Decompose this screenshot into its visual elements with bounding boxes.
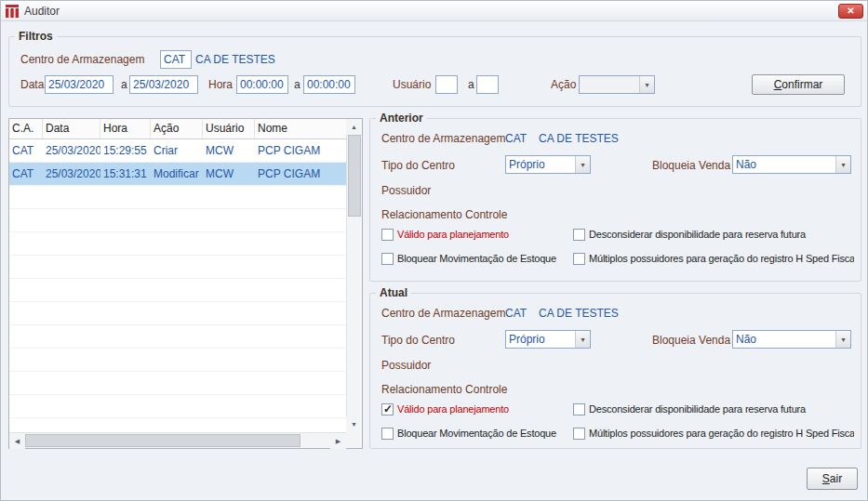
cell-usuario: MCW — [203, 139, 255, 162]
close-button[interactable]: ✕ — [838, 4, 863, 19]
checkbox-box[interactable] — [573, 253, 585, 265]
centro-armazenagem-desc: CA DE TESTES — [195, 53, 275, 66]
tipo-centro-label: Tipo do Centro — [381, 159, 455, 172]
audit-grid: C.A. Data Hora Ação Usuário Nome CAT 25/… — [8, 118, 363, 449]
checkbox-label: Válido para planejamento — [397, 229, 509, 241]
scroll-right-icon[interactable]: ▶ — [330, 433, 346, 449]
cell-nome: PCP CIGAM — [255, 139, 346, 162]
column-header-ca[interactable]: C.A. — [9, 119, 43, 138]
exit-button[interactable]: Sair — [807, 468, 858, 490]
checkbox-box[interactable] — [381, 403, 394, 415]
horizontal-scrollbar-thumb[interactable] — [25, 434, 300, 447]
chevron-down-icon: ▾ — [575, 331, 590, 348]
scroll-up-icon[interactable]: ▲ — [346, 119, 362, 135]
empty-grid-row — [9, 209, 346, 232]
anterior-title: Anterior — [376, 112, 427, 125]
column-header-acao[interactable]: Ação — [151, 119, 203, 138]
atual-title: Atual — [376, 286, 411, 299]
usuario-from-input[interactable] — [435, 75, 458, 94]
column-header-data[interactable]: Data — [43, 119, 100, 138]
grid-header: C.A. Data Hora Ação Usuário Nome — [9, 119, 346, 139]
exit-button-label: Sair — [808, 468, 857, 489]
cell-data: 25/03/2020 — [43, 163, 100, 185]
checkbox-label: Válido para planejamento — [397, 403, 509, 415]
tipo-centro-select[interactable]: Próprio ▾ — [505, 330, 591, 349]
acao-select[interactable]: ▾ — [579, 75, 655, 94]
column-header-hora[interactable]: Hora — [100, 119, 151, 138]
bloquear-movimentacao-checkbox[interactable]: Bloquear Movimentação de Estoque — [381, 253, 556, 265]
checkbox-box[interactable] — [381, 428, 394, 440]
centro-armazenagem-label: Centro de Armazenagem — [381, 307, 505, 320]
empty-grid-row — [9, 302, 346, 325]
cell-hora: 15:29:55 — [100, 139, 151, 162]
relacionamento-controle-label: Relacionamento Controle — [381, 208, 507, 221]
checkbox-label: Múltiplos possuidores para geração do re… — [589, 253, 854, 265]
cell-usuario: MCW — [203, 163, 255, 185]
checkbox-label: Bloquear Movimentação de Estoque — [397, 428, 556, 440]
possuidor-label: Possuidor — [381, 184, 431, 197]
valido-planejamento-checkbox[interactable]: Válido para planejamento — [381, 229, 509, 241]
usuario-label: Usuário — [393, 78, 431, 91]
usuario-to-input[interactable] — [476, 75, 499, 94]
bloqueia-venda-value: Não — [733, 333, 835, 346]
tipo-centro-select[interactable]: Próprio ▾ — [505, 155, 591, 174]
centro-armazenagem-input[interactable] — [160, 50, 192, 69]
bloqueia-venda-select[interactable]: Não ▾ — [732, 155, 851, 174]
possuidor-label: Possuidor — [381, 359, 431, 372]
checkbox-label: Desconsiderar disponibilidade para reser… — [589, 229, 806, 241]
empty-grid-row — [9, 372, 346, 395]
horizontal-scrollbar[interactable]: ◀ ▶ — [9, 432, 346, 448]
bloqueia-venda-select[interactable]: Não ▾ — [732, 330, 851, 349]
vertical-scrollbar[interactable]: ▲ ▼ — [346, 119, 362, 432]
scrollbar-corner — [346, 432, 362, 448]
hora-from-input[interactable] — [236, 75, 288, 94]
range-separator: a — [121, 78, 127, 91]
range-separator: a — [294, 78, 300, 91]
desconsiderar-disponibilidade-checkbox[interactable]: Desconsiderar disponibilidade para reser… — [573, 403, 854, 415]
scroll-down-icon[interactable]: ▼ — [346, 416, 362, 432]
centro-armazenagem-desc: CA DE TESTES — [539, 307, 619, 320]
checkbox-label: Bloquear Movimentação de Estoque — [397, 253, 556, 265]
checkbox-box[interactable] — [573, 403, 585, 415]
confirm-button-label: Confirmar — [753, 75, 844, 94]
vertical-scrollbar-thumb[interactable] — [348, 135, 361, 217]
column-header-nome[interactable]: Nome — [255, 119, 346, 138]
cell-ca: CAT — [9, 139, 43, 162]
table-row[interactable]: CAT 25/03/2020 15:29:55 Criar MCW PCP CI… — [9, 139, 346, 163]
cell-data: 25/03/2020 — [43, 139, 100, 162]
checkbox-label: Múltiplos possuidores para geração do re… — [589, 428, 854, 440]
confirm-button[interactable]: Confirmar — [752, 74, 845, 95]
tipo-centro-label: Tipo do Centro — [381, 334, 455, 347]
multiplos-possuidores-checkbox[interactable]: Múltiplos possuidores para geração do re… — [573, 428, 854, 440]
scroll-left-icon[interactable]: ◀ — [9, 433, 25, 449]
chevron-down-icon: ▾ — [639, 76, 654, 93]
empty-grid-row — [9, 232, 346, 256]
data-to-input[interactable] — [129, 75, 198, 94]
chevron-down-icon: ▾ — [835, 156, 850, 173]
bloquear-movimentacao-checkbox[interactable]: Bloquear Movimentação de Estoque — [381, 428, 556, 440]
checkbox-box[interactable] — [381, 229, 394, 241]
cell-hora: 15:31:31 — [100, 163, 151, 185]
valido-planejamento-checkbox[interactable]: Válido para planejamento — [381, 403, 509, 415]
data-from-input[interactable] — [45, 75, 114, 94]
app-icon — [6, 5, 19, 18]
table-row[interactable]: CAT 25/03/2020 15:31:31 Modificar MCW PC… — [9, 163, 346, 186]
multiplos-possuidores-checkbox[interactable]: Múltiplos possuidores para geração do re… — [573, 253, 854, 265]
tipo-centro-value: Próprio — [506, 333, 575, 346]
centro-armazenagem-value: CAT — [505, 132, 527, 145]
column-header-usuario[interactable]: Usuário — [203, 119, 255, 138]
checkbox-box[interactable] — [573, 428, 585, 440]
empty-grid-row — [9, 418, 346, 432]
empty-grid-row — [9, 256, 346, 279]
centro-armazenagem-label: Centro de Armazenagem — [381, 132, 505, 145]
relacionamento-controle-label: Relacionamento Controle — [381, 383, 507, 396]
empty-grid-row — [9, 279, 346, 302]
empty-grid-row — [9, 325, 346, 349]
desconsiderar-disponibilidade-checkbox[interactable]: Desconsiderar disponibilidade para reser… — [573, 229, 854, 241]
checkbox-box[interactable] — [573, 229, 585, 241]
auditor-window: Auditor ✕ Filtros Centro de Armazenagem … — [0, 0, 868, 501]
checkbox-box[interactable] — [381, 253, 394, 265]
centro-armazenagem-desc: CA DE TESTES — [539, 132, 619, 145]
hora-to-input[interactable] — [303, 75, 355, 94]
chevron-down-icon: ▾ — [835, 331, 850, 348]
